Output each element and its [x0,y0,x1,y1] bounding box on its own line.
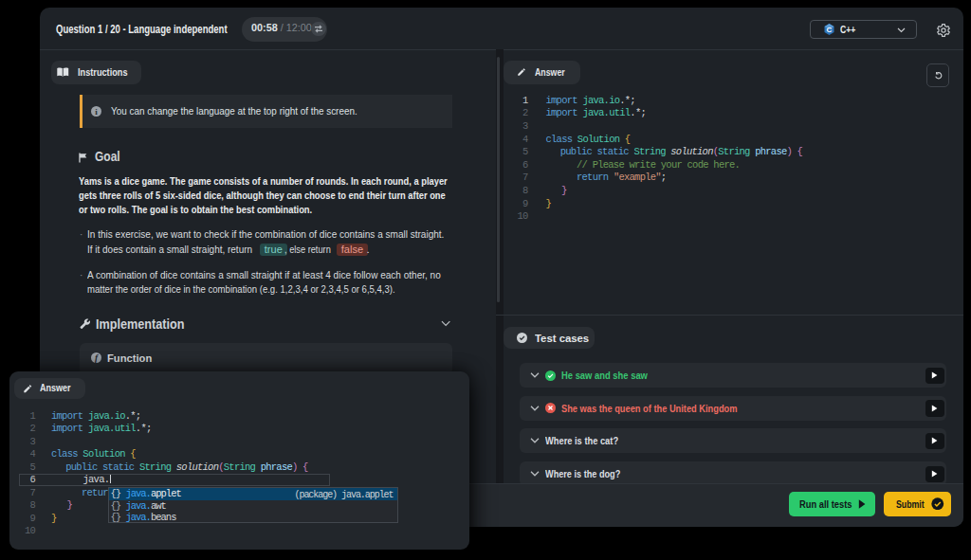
svg-text:C: C [826,26,832,34]
